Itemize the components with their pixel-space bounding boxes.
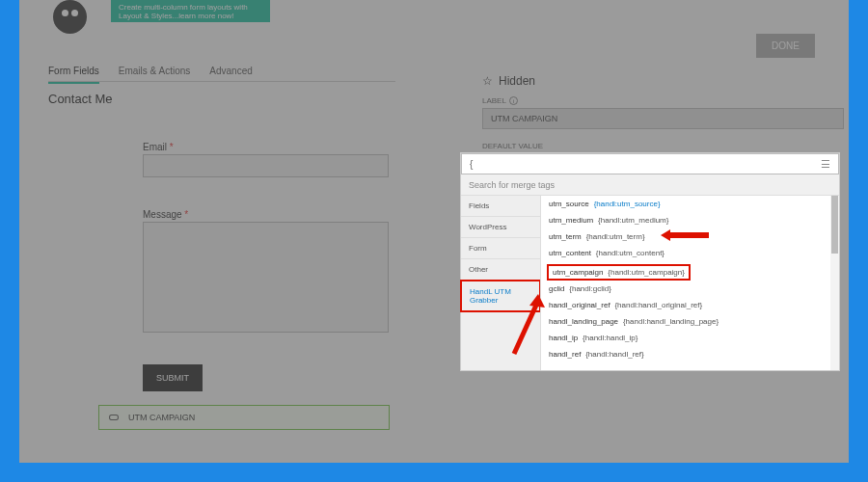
cat-form[interactable]: Form xyxy=(461,238,540,259)
done-button[interactable]: DONE xyxy=(756,34,815,58)
scrollbar[interactable] xyxy=(830,196,839,370)
cat-handl-utm-grabber[interactable]: HandL UTM Grabber xyxy=(460,280,541,312)
email-field[interactable] xyxy=(143,154,389,177)
merge-item-handl-landing-page[interactable]: handl_landing_page {handl:handl_landing_… xyxy=(541,313,839,330)
hidden-icon xyxy=(109,415,119,420)
merge-tag-icon[interactable]: ☰ xyxy=(821,158,830,171)
message-label: Message * xyxy=(143,209,188,220)
default-value-caption: DEFAULT VALUE xyxy=(482,142,543,150)
merge-item-gclid[interactable]: gclid {handl:gclid} xyxy=(541,281,839,297)
merge-item-handl-ref[interactable]: handl_ref {handl:handl_ref} xyxy=(541,346,839,362)
merge-category-list: Fields WordPress Form Other HandL UTM Gr… xyxy=(461,196,540,370)
info-icon[interactable]: i xyxy=(509,96,518,105)
merge-item-utm-campaign[interactable]: utm_campaign {handl:utm_campaign} xyxy=(547,264,691,281)
panel-heading: ☆ Hidden xyxy=(482,74,535,88)
hidden-field-name: UTM CAMPAIGN xyxy=(128,413,195,422)
cat-other[interactable]: Other xyxy=(461,259,540,281)
merge-item-utm-medium[interactable]: utm_medium {handl:utm_medium} xyxy=(541,212,839,228)
cat-wordpress[interactable]: WordPress xyxy=(461,217,540,238)
merge-item-utm-source[interactable]: utm_source {handl:utm_source} xyxy=(541,196,839,212)
form-title: Contact Me xyxy=(48,92,112,106)
merge-tag-popup: { ☰ Search for merge tags Fields WordPre… xyxy=(461,153,839,370)
label-caption: LABELi xyxy=(482,96,518,105)
merge-item-utm-content[interactable]: utm_content {handl:utm_content} xyxy=(541,245,839,261)
label-input[interactable]: UTM CAMPAIGN xyxy=(482,108,844,129)
merge-search-input[interactable]: Search for merge tags xyxy=(461,174,839,196)
merge-item-utm-term[interactable]: utm_term {handl:utm_term} xyxy=(541,228,839,245)
hidden-field-chip[interactable]: UTM CAMPAIGN xyxy=(98,405,390,430)
promo-tip[interactable]: Create multi-column form layouts with La… xyxy=(111,0,270,22)
default-value-input[interactable]: { ☰ xyxy=(461,153,839,174)
merge-item-handl-original-ref[interactable]: handl_original_ref {handl:handl_original… xyxy=(541,297,839,313)
ninja-logo-icon xyxy=(53,0,87,34)
cat-fields[interactable]: Fields xyxy=(461,196,540,217)
merge-item-handl-ip[interactable]: handl_ip {handl:handl_ip} xyxy=(541,330,839,346)
tab-divider xyxy=(48,81,395,82)
message-field[interactable] xyxy=(143,222,389,333)
star-icon: ☆ xyxy=(482,74,493,88)
email-label: Email * xyxy=(143,142,174,152)
merge-tag-list: utm_source {handl:utm_source} utm_medium… xyxy=(540,196,839,370)
submit-button[interactable]: SUBMIT xyxy=(143,364,203,391)
